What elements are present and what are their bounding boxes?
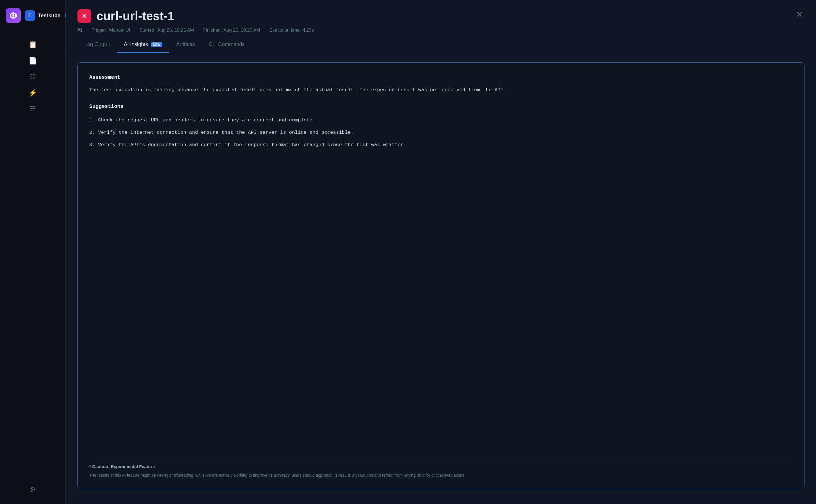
- trigger-label: Trigger:: [92, 28, 108, 33]
- org-name: Testkube: [38, 13, 60, 19]
- caution-title: * Caution: Experimental Feature: [89, 463, 793, 470]
- finished-label: Finished:: [203, 28, 222, 33]
- started-value: Aug 25, 10:25 AM: [157, 28, 194, 33]
- tab-artifacts-label: Artifacts: [176, 41, 195, 47]
- sidebar-bottom: ⚙: [0, 478, 65, 504]
- modal-tabs: Log Output AI Insights NEW Artifacts CLI…: [77, 39, 804, 53]
- execution-time-value: 4.15s: [303, 28, 314, 33]
- modal-status-icon: ✕: [77, 9, 91, 23]
- suggestions-title: Suggestions: [89, 102, 793, 111]
- sidebar-item-table[interactable]: ☰: [25, 102, 40, 117]
- sidebar-item-triggers[interactable]: ⚡: [25, 85, 40, 100]
- modal-panel: ✕ curl-url-test-1 #1 Trigger: Manual UI …: [66, 0, 816, 504]
- sidebar-item-documents[interactable]: 📄: [25, 53, 40, 68]
- tab-cli-commands[interactable]: CLI Commands: [202, 39, 252, 53]
- sidebar-nav: 📋 📄 🛡 ⚡ ☰: [0, 30, 65, 478]
- modal-trigger: Trigger: Manual UI: [92, 28, 130, 33]
- modal-number: #1: [77, 28, 83, 33]
- tab-artifacts[interactable]: Artifacts: [169, 39, 202, 53]
- modal-content: Assessment The test execution is failing…: [66, 53, 816, 504]
- trigger-value: Manual UI: [109, 28, 130, 33]
- ai-insights-new-badge: NEW: [151, 42, 162, 47]
- caution-section: * Caution: Experimental Feature The resu…: [89, 456, 793, 478]
- modal-overlay: ✕ curl-url-test-1 #1 Trigger: Manual UI …: [66, 0, 816, 504]
- tab-log-output[interactable]: Log Output: [77, 39, 117, 53]
- svg-point-2: [12, 14, 14, 17]
- modal-started: Started: Aug 25, 10:25 AM: [139, 28, 194, 33]
- tab-log-output-label: Log Output: [84, 41, 110, 47]
- started-label: Started:: [139, 28, 155, 33]
- suggestion-2: 2. Verify the internet connection and en…: [89, 129, 793, 137]
- tab-ai-insights-label: AI Insights: [124, 41, 148, 47]
- modal-title: curl-url-test-1: [96, 9, 174, 23]
- main-panel: ← curl executor: curl-executor PASS/FAIL…: [66, 0, 816, 504]
- modal-header: ✕ curl-url-test-1 #1 Trigger: Manual UI …: [66, 0, 816, 53]
- sidebar: T Testkube PRO 📋 📄 🛡 ⚡ ☰ ⚙: [0, 0, 66, 504]
- tab-ai-insights[interactable]: AI Insights NEW: [117, 39, 169, 53]
- modal-finished: Finished: Aug 25, 10:25 AM: [203, 28, 260, 33]
- assessment-text: The test execution is failing because th…: [89, 86, 793, 94]
- sidebar-item-tests[interactable]: 📋: [25, 37, 40, 52]
- assessment-title: Assessment: [89, 73, 793, 82]
- ai-content-box: Assessment The test execution is failing…: [77, 62, 804, 489]
- modal-close-button[interactable]: ✕: [793, 8, 806, 21]
- caution-text: The results of this AI feature might be …: [89, 472, 793, 478]
- suggestion-3: 3. Verify the API's documentation and co…: [89, 141, 793, 149]
- org-avatar: T: [25, 10, 35, 21]
- suggestion-1: 1. Check the request URL and headers to …: [89, 116, 793, 125]
- testkube-logo[interactable]: [6, 8, 21, 23]
- modal-meta: #1 Trigger: Manual UI Started: Aug 25, 1…: [77, 28, 804, 33]
- finished-value: Aug 25, 10:25 AM: [224, 28, 260, 33]
- modal-execution-time: Execution time: 4.15s: [270, 28, 314, 33]
- sidebar-item-settings[interactable]: ⚙: [25, 482, 40, 497]
- tab-cli-commands-label: CLI Commands: [209, 41, 245, 47]
- modal-title-row: ✕ curl-url-test-1: [77, 9, 804, 23]
- sidebar-item-security[interactable]: 🛡: [25, 69, 40, 84]
- execution-time-label: Execution time:: [270, 28, 301, 33]
- sidebar-header: T Testkube PRO: [0, 0, 65, 30]
